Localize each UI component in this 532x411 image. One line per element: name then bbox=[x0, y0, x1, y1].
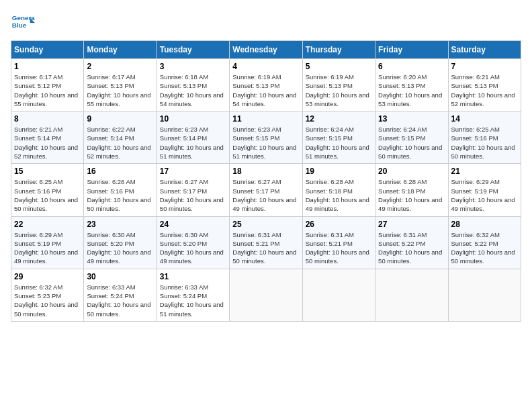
day-cell: 1Sunrise: 6:17 AMSunset: 5:12 PMDaylight… bbox=[11, 59, 84, 111]
day-cell: 30Sunrise: 6:33 AMSunset: 5:24 PMDayligh… bbox=[84, 269, 157, 321]
day-cell: 8Sunrise: 6:21 AMSunset: 5:14 PMDaylight… bbox=[11, 111, 84, 164]
empty-day-cell bbox=[375, 269, 448, 321]
day-info: Sunrise: 6:25 AMSunset: 5:16 PMDaylight:… bbox=[14, 177, 81, 213]
day-number: 8 bbox=[14, 114, 81, 124]
day-cell: 5Sunrise: 6:19 AMSunset: 5:13 PMDaylight… bbox=[302, 59, 375, 111]
day-number: 11 bbox=[232, 114, 299, 124]
day-info: Sunrise: 6:23 AMSunset: 5:15 PMDaylight:… bbox=[232, 125, 299, 161]
day-info: Sunrise: 6:33 AMSunset: 5:24 PMDaylight:… bbox=[160, 283, 226, 318]
day-cell: 16Sunrise: 6:26 AMSunset: 5:16 PMDayligh… bbox=[84, 164, 157, 216]
day-number: 31 bbox=[160, 272, 226, 281]
day-cell: 29Sunrise: 6:32 AMSunset: 5:23 PMDayligh… bbox=[11, 269, 84, 321]
day-number: 25 bbox=[232, 220, 299, 229]
day-info: Sunrise: 6:32 AMSunset: 5:23 PMDaylight:… bbox=[14, 283, 81, 318]
day-number: 20 bbox=[378, 167, 445, 176]
day-info: Sunrise: 6:30 AMSunset: 5:20 PMDaylight:… bbox=[87, 230, 153, 266]
day-cell: 11Sunrise: 6:23 AMSunset: 5:15 PMDayligh… bbox=[230, 111, 302, 164]
day-number: 5 bbox=[306, 62, 372, 71]
day-number: 27 bbox=[378, 220, 445, 229]
day-number: 30 bbox=[87, 272, 153, 281]
day-number: 12 bbox=[306, 114, 372, 124]
day-info: Sunrise: 6:17 AMSunset: 5:12 PMDaylight:… bbox=[14, 73, 81, 108]
day-number: 26 bbox=[306, 220, 372, 229]
day-cell: 10Sunrise: 6:23 AMSunset: 5:14 PMDayligh… bbox=[157, 111, 229, 164]
day-cell: 28Sunrise: 6:32 AMSunset: 5:22 PMDayligh… bbox=[448, 216, 521, 269]
day-number: 19 bbox=[306, 167, 372, 176]
day-number: 13 bbox=[378, 114, 445, 124]
day-info: Sunrise: 6:28 AMSunset: 5:18 PMDaylight:… bbox=[378, 177, 445, 213]
day-number: 10 bbox=[160, 114, 226, 124]
day-info: Sunrise: 6:29 AMSunset: 5:19 PMDaylight:… bbox=[14, 230, 81, 266]
day-info: Sunrise: 6:31 AMSunset: 5:21 PMDaylight:… bbox=[232, 230, 299, 266]
day-cell: 13Sunrise: 6:24 AMSunset: 5:15 PMDayligh… bbox=[375, 111, 448, 164]
day-number: 2 bbox=[87, 62, 153, 71]
day-cell: 20Sunrise: 6:28 AMSunset: 5:18 PMDayligh… bbox=[375, 164, 448, 216]
day-info: Sunrise: 6:29 AMSunset: 5:19 PMDaylight:… bbox=[451, 177, 518, 213]
day-cell: 25Sunrise: 6:31 AMSunset: 5:21 PMDayligh… bbox=[230, 216, 302, 269]
day-cell: 17Sunrise: 6:27 AMSunset: 5:17 PMDayligh… bbox=[157, 164, 229, 216]
day-info: Sunrise: 6:23 AMSunset: 5:14 PMDaylight:… bbox=[160, 125, 226, 161]
empty-day-cell bbox=[230, 269, 302, 321]
svg-text:Blue: Blue bbox=[12, 21, 27, 29]
logo: General Blue bbox=[11, 11, 35, 35]
day-cell: 6Sunrise: 6:20 AMSunset: 5:13 PMDaylight… bbox=[375, 59, 448, 111]
day-number: 16 bbox=[87, 167, 153, 176]
day-cell: 31Sunrise: 6:33 AMSunset: 5:24 PMDayligh… bbox=[157, 269, 229, 321]
day-info: Sunrise: 6:26 AMSunset: 5:16 PMDaylight:… bbox=[87, 177, 153, 213]
day-info: Sunrise: 6:18 AMSunset: 5:13 PMDaylight:… bbox=[160, 73, 226, 108]
day-of-week-header: Friday bbox=[375, 41, 448, 59]
day-number: 6 bbox=[378, 62, 445, 71]
day-cell: 3Sunrise: 6:18 AMSunset: 5:13 PMDaylight… bbox=[157, 59, 229, 111]
day-cell: 2Sunrise: 6:17 AMSunset: 5:13 PMDaylight… bbox=[84, 59, 157, 111]
empty-day-cell bbox=[302, 269, 375, 321]
day-number: 14 bbox=[451, 114, 518, 124]
day-info: Sunrise: 6:17 AMSunset: 5:13 PMDaylight:… bbox=[87, 73, 153, 108]
day-cell: 22Sunrise: 6:29 AMSunset: 5:19 PMDayligh… bbox=[11, 216, 84, 269]
day-number: 4 bbox=[232, 62, 299, 71]
day-of-week-header: Thursday bbox=[302, 41, 375, 59]
day-of-week-header: Sunday bbox=[11, 41, 84, 59]
day-cell: 19Sunrise: 6:28 AMSunset: 5:18 PMDayligh… bbox=[302, 164, 375, 216]
day-cell: 23Sunrise: 6:30 AMSunset: 5:20 PMDayligh… bbox=[84, 216, 157, 269]
day-number: 29 bbox=[14, 272, 81, 281]
day-cell: 4Sunrise: 6:19 AMSunset: 5:13 PMDaylight… bbox=[230, 59, 302, 111]
day-info: Sunrise: 6:24 AMSunset: 5:15 PMDaylight:… bbox=[378, 125, 445, 161]
calendar-week-row: 15Sunrise: 6:25 AMSunset: 5:16 PMDayligh… bbox=[11, 164, 521, 216]
day-number: 9 bbox=[87, 114, 153, 124]
day-info: Sunrise: 6:21 AMSunset: 5:13 PMDaylight:… bbox=[451, 73, 518, 108]
calendar-header-row: SundayMondayTuesdayWednesdayThursdayFrid… bbox=[11, 41, 521, 59]
day-number: 3 bbox=[160, 62, 226, 71]
day-cell: 14Sunrise: 6:25 AMSunset: 5:16 PMDayligh… bbox=[448, 111, 521, 164]
day-number: 22 bbox=[14, 220, 81, 229]
day-info: Sunrise: 6:24 AMSunset: 5:15 PMDaylight:… bbox=[306, 125, 372, 161]
day-of-week-header: Tuesday bbox=[157, 41, 229, 59]
day-number: 23 bbox=[87, 220, 153, 229]
day-info: Sunrise: 6:19 AMSunset: 5:13 PMDaylight:… bbox=[232, 73, 299, 108]
empty-day-cell bbox=[448, 269, 521, 321]
day-number: 21 bbox=[451, 167, 518, 176]
calendar-week-row: 29Sunrise: 6:32 AMSunset: 5:23 PMDayligh… bbox=[11, 269, 521, 321]
day-number: 24 bbox=[160, 220, 226, 229]
day-info: Sunrise: 6:31 AMSunset: 5:22 PMDaylight:… bbox=[378, 230, 445, 266]
day-cell: 15Sunrise: 6:25 AMSunset: 5:16 PMDayligh… bbox=[11, 164, 84, 216]
day-number: 7 bbox=[451, 62, 518, 71]
day-cell: 26Sunrise: 6:31 AMSunset: 5:21 PMDayligh… bbox=[302, 216, 375, 269]
day-info: Sunrise: 6:21 AMSunset: 5:14 PMDaylight:… bbox=[14, 125, 81, 161]
day-info: Sunrise: 6:30 AMSunset: 5:20 PMDaylight:… bbox=[160, 230, 226, 266]
day-info: Sunrise: 6:25 AMSunset: 5:16 PMDaylight:… bbox=[451, 125, 518, 161]
calendar-week-row: 22Sunrise: 6:29 AMSunset: 5:19 PMDayligh… bbox=[11, 216, 521, 269]
day-cell: 21Sunrise: 6:29 AMSunset: 5:19 PMDayligh… bbox=[448, 164, 521, 216]
day-number: 15 bbox=[14, 167, 81, 176]
calendar-week-row: 8Sunrise: 6:21 AMSunset: 5:14 PMDaylight… bbox=[11, 111, 521, 164]
calendar-table: SundayMondayTuesdayWednesdayThursdayFrid… bbox=[11, 40, 521, 322]
day-info: Sunrise: 6:19 AMSunset: 5:13 PMDaylight:… bbox=[306, 73, 372, 108]
day-of-week-header: Monday bbox=[84, 41, 157, 59]
logo-icon: General Blue bbox=[11, 11, 35, 35]
day-info: Sunrise: 6:27 AMSunset: 5:17 PMDaylight:… bbox=[232, 177, 299, 213]
day-of-week-header: Saturday bbox=[448, 41, 521, 59]
day-cell: 27Sunrise: 6:31 AMSunset: 5:22 PMDayligh… bbox=[375, 216, 448, 269]
day-info: Sunrise: 6:28 AMSunset: 5:18 PMDaylight:… bbox=[306, 177, 372, 213]
day-info: Sunrise: 6:22 AMSunset: 5:14 PMDaylight:… bbox=[87, 125, 153, 161]
day-number: 18 bbox=[232, 167, 299, 176]
calendar-week-row: 1Sunrise: 6:17 AMSunset: 5:12 PMDaylight… bbox=[11, 59, 521, 111]
